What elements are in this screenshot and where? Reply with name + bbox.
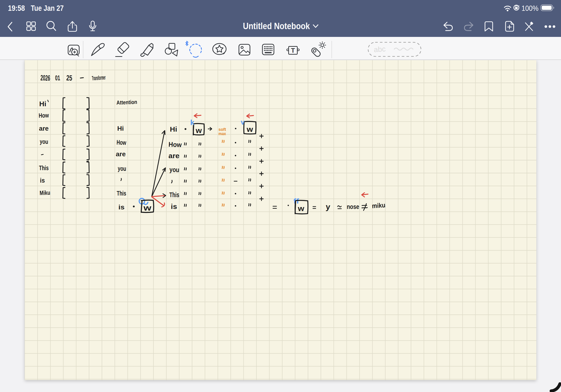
svg-text:max: max [218,131,226,136]
svg-text:w: w [247,125,253,133]
svg-text:v: v [241,119,245,126]
svg-text:are: are [168,152,180,160]
svg-text:19:58: 19:58 [8,4,25,12]
svg-text:k: k [190,119,194,127]
svg-text:This: This [39,164,49,172]
svg-text:you: you [169,166,180,174]
svg-text:T: T [291,47,295,54]
svg-text:you: you [40,138,48,145]
svg-text:nose: nose [347,203,359,210]
svg-text:w: w [195,126,202,135]
svg-text:you: you [118,165,126,172]
svg-text:Hi: Hi [117,125,124,132]
svg-text:is: is [119,204,125,211]
svg-text:Untitled Notebook: Untitled Notebook [243,21,310,31]
svg-text:Hi: Hi [170,126,177,133]
svg-text:01: 01 [55,74,60,82]
svg-text:w: w [298,204,304,213]
svg-text:miku: miku [372,201,386,210]
svg-text:abc: abc [374,45,386,54]
svg-text:Transformer: Transformer [92,74,106,82]
svg-text:Hi: Hi [39,100,46,108]
svg-text:Miku: Miku [40,189,50,196]
svg-text:How: How [39,112,49,119]
svg-text:is: is [171,203,177,210]
svg-text:This: This [117,190,126,197]
svg-text:w: w [143,203,151,212]
svg-text:25: 25 [66,74,72,82]
svg-text:How: How [168,141,182,149]
svg-text:ff: ff [293,197,299,205]
svg-text:2026: 2026 [40,73,50,82]
svg-text:100%: 100% [521,4,539,12]
svg-text:How: How [117,139,126,146]
svg-text:are: are [39,125,49,132]
svg-text:y: y [326,202,331,211]
svg-text:Attention: Attention [116,99,137,106]
svg-text:are: are [116,150,126,158]
svg-text:Tue Jan 27: Tue Jan 27 [31,4,64,12]
svg-text:is: is [40,177,45,184]
svg-text:This: This [169,191,179,199]
